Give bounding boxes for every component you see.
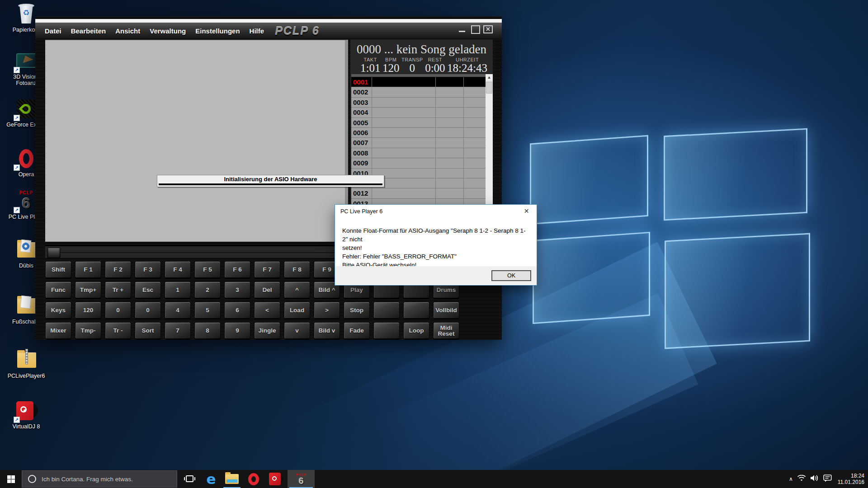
keypad-button-vollbild[interactable]: Vollbild	[433, 302, 459, 319]
taskbar-virtualdj-button[interactable]	[266, 470, 287, 488]
keypad-button-del[interactable]: Del	[254, 282, 280, 298]
tray-expand-icon[interactable]: ∧	[789, 476, 793, 482]
keypad-button-8[interactable]: 8	[194, 322, 221, 339]
song-row-title-cell	[372, 188, 436, 198]
song-row-cell	[464, 178, 486, 188]
action-center-icon[interactable]	[823, 474, 832, 484]
song-row-number: 0001	[351, 77, 372, 87]
keypad-button-f-1[interactable]: F 1	[75, 261, 101, 278]
scrollbar-thumb[interactable]	[486, 82, 492, 94]
keypad-button-loop[interactable]: Loop	[403, 322, 429, 339]
minimize-button[interactable]	[458, 25, 467, 33]
keypad-button-shift[interactable]: Shift	[45, 261, 71, 278]
taskbar-pclp-button[interactable]: PCLP6	[288, 470, 315, 488]
dialog-titlebar[interactable]: PC Live Player 6 ✕	[335, 205, 537, 218]
song-row[interactable]: 0007	[351, 138, 486, 148]
keypad-button-4[interactable]: 4	[165, 302, 191, 319]
keypad-button-midi-reset[interactable]: Midi Reset	[433, 322, 459, 339]
keypad-button-3[interactable]: 3	[224, 282, 250, 298]
keypad-button-f-3[interactable]: F 3	[135, 261, 161, 278]
keypad-button-tr-[interactable]: Tr +	[105, 282, 131, 298]
keypad-button-6[interactable]: 6	[224, 302, 250, 319]
song-row[interactable]: 0005	[351, 118, 486, 128]
menu-item-hilfe[interactable]: Hilfe	[250, 27, 264, 35]
keypad-button-f-4[interactable]: F 4	[165, 261, 191, 278]
keypad-button-0[interactable]: 0	[105, 302, 131, 319]
keypad-button-9[interactable]: 9	[224, 322, 250, 339]
ok-button[interactable]: OK	[491, 270, 531, 281]
keypad-button-func[interactable]: Func	[45, 282, 71, 298]
song-row[interactable]: 0001	[351, 77, 486, 87]
wifi-icon[interactable]	[797, 475, 806, 483]
song-row-cell	[464, 98, 486, 108]
keypad-button-1[interactable]: 1	[165, 282, 191, 298]
scroll-up-arrow-icon[interactable]: ▲	[486, 74, 493, 81]
song-row-title-cell	[372, 128, 436, 138]
keypad-button--[interactable]: <	[254, 302, 280, 319]
virtualdj-icon	[269, 472, 283, 486]
keypad-button-tmp-[interactable]: Tmp-	[75, 322, 101, 339]
keypad-button-fade[interactable]: Fade	[344, 322, 370, 339]
maximize-button[interactable]	[471, 25, 479, 33]
geforce-icon: ↗	[14, 98, 38, 120]
dialog-close-icon[interactable]: ✕	[516, 205, 537, 218]
keypad-button[interactable]	[403, 302, 429, 319]
taskbar-explorer-button[interactable]	[222, 470, 242, 488]
keypad-button-0[interactable]: 0	[135, 302, 161, 319]
keypad-button-f-8[interactable]: F 8	[284, 261, 310, 278]
keypad-button[interactable]	[373, 322, 400, 339]
menu-item-ansicht[interactable]: Ansicht	[115, 27, 140, 35]
song-row[interactable]: 0003	[351, 98, 486, 108]
keypad-button-5[interactable]: 5	[194, 302, 221, 319]
menu-item-bearbeiten[interactable]: Bearbeiten	[71, 27, 106, 35]
dialog-message-line: Fehler: Fehler "BASS_ERROR_FORMAT"	[342, 252, 529, 261]
song-row-cell	[436, 169, 464, 178]
keypad-button-bild-v[interactable]: Bild v	[314, 322, 340, 339]
keypad-button-esc[interactable]: Esc	[135, 282, 161, 298]
keypad-button-f-5[interactable]: F 5	[194, 261, 221, 278]
keypad-button--[interactable]: >	[314, 302, 340, 319]
keypad-button-f-7[interactable]: F 7	[254, 261, 280, 278]
start-button[interactable]	[0, 470, 22, 488]
keypad-button-7[interactable]: 7	[165, 322, 191, 339]
song-row[interactable]: 0009	[351, 158, 486, 168]
keypad-button-sort[interactable]: Sort	[135, 322, 161, 339]
keypad-button-f-6[interactable]: F 6	[224, 261, 250, 278]
menu-item-einstellungen[interactable]: Einstellungen	[195, 27, 240, 35]
keypad-button-2[interactable]: 2	[194, 282, 221, 298]
keypad-button-load[interactable]: Load	[284, 302, 310, 319]
keypad-button-f-2[interactable]: F 2	[105, 261, 131, 278]
keypad-button-tr-[interactable]: Tr -	[105, 322, 131, 339]
song-row[interactable]: 0002	[351, 87, 486, 97]
clock-date: 11.01.2016	[838, 479, 864, 485]
desktop-icon-zip[interactable]: PCLivePlayer6	[4, 349, 49, 379]
volume-icon[interactable]	[810, 474, 819, 483]
keypad-button-tmp-[interactable]: Tmp+	[75, 282, 101, 298]
keypad-button-jingle[interactable]: Jingle	[254, 322, 280, 339]
song-row-title-cell	[372, 98, 436, 108]
keypad-button-keys[interactable]: Keys	[45, 302, 71, 319]
keypad-button-stop[interactable]: Stop	[344, 302, 370, 319]
keypad-button-v[interactable]: v	[284, 322, 310, 339]
cortana-search-input[interactable]: Ich bin Cortana. Frag mich etwas.	[22, 470, 177, 488]
taskbar-opera-button[interactable]	[243, 470, 264, 488]
keypad-button--[interactable]: ^	[284, 282, 310, 298]
keypad-button[interactable]	[373, 302, 400, 319]
keypad-button-mixer[interactable]: Mixer	[45, 322, 71, 339]
desktop-icon-vdj[interactable]: ↗VirtualDJ 8	[4, 399, 49, 430]
dialog-title: PC Live Player 6	[340, 208, 382, 215]
taskbar-edge-button[interactable]: e	[201, 470, 222, 488]
song-row[interactable]: 0006	[351, 128, 486, 138]
desktop: ♻Papierkorb↗3D Vision-Fotoanz↗GeForce Ex…	[0, 0, 868, 488]
info-field-value: 120	[382, 62, 400, 74]
menu-item-verwaltung[interactable]: Verwaltung	[150, 27, 186, 35]
task-view-button[interactable]	[180, 470, 200, 488]
taskbar-clock[interactable]: 18:24 11.01.2016	[838, 473, 864, 485]
song-row[interactable]: 0008	[351, 148, 486, 158]
slider-handle[interactable]	[47, 248, 61, 258]
song-row[interactable]: 0004	[351, 108, 486, 117]
close-button[interactable]: ✕	[483, 25, 493, 33]
song-row[interactable]: 0012	[351, 188, 486, 198]
menu-item-datei[interactable]: Datei	[45, 27, 61, 35]
keypad-button-120[interactable]: 120	[75, 302, 101, 319]
